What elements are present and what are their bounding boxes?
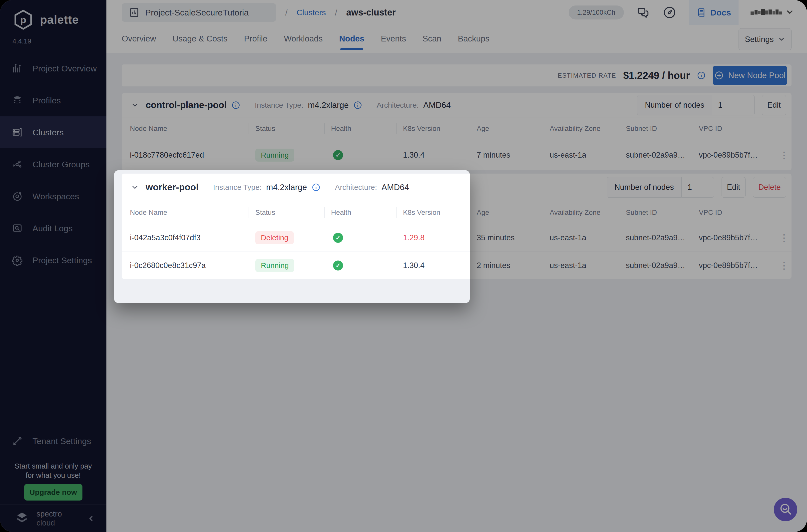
sidebar-item-project-overview[interactable]: Project Overview [0, 53, 107, 84]
tab-workloads[interactable]: Workloads [284, 25, 322, 53]
info-icon[interactable] [231, 101, 240, 110]
sidebar-item-clusters[interactable]: Clusters [0, 116, 107, 148]
tab-scan[interactable]: Scan [423, 25, 441, 53]
col-node-name: Node Name [130, 201, 255, 224]
pool-header: worker-pool Instance Type: m4.2xlarge Ar… [122, 174, 791, 201]
project-chart-icon [129, 7, 140, 18]
subnet-id: subnet-02a9a9… [626, 261, 699, 270]
availability-zone: us-east-1a [550, 233, 626, 242]
collapse-pool-icon[interactable] [131, 101, 139, 109]
architecture-label: Architecture: [335, 183, 377, 192]
tab-profile[interactable]: Profile [244, 25, 267, 53]
compass-icon[interactable] [662, 5, 677, 20]
new-node-pool-button[interactable]: New Node Pool [713, 66, 787, 85]
search-smile-icon [778, 502, 793, 517]
app-window: p palette 4.4.19 Project Overview Profil… [0, 0, 807, 532]
breadcrumb-project[interactable]: Project-ScaleSecureTutoria [122, 3, 276, 22]
chat-icon[interactable] [636, 5, 650, 20]
node-row: i-0c2680c0e8c31c97a Running ✓ 1.30.4 2 m… [122, 251, 791, 279]
instance-type-label: Instance Type: [255, 101, 304, 109]
feedback-button[interactable] [774, 498, 797, 521]
worker-pool-card: worker-pool Instance Type: m4.2xlarge Ar… [122, 174, 791, 279]
col-availability-zone: Availability Zone [550, 201, 626, 224]
vpc-id: vpc-0e89b5b7f… [699, 151, 776, 159]
delete-pool-button[interactable]: Delete [753, 177, 786, 197]
sidebar-item-label: Tenant Settings [33, 436, 91, 446]
info-icon[interactable] [697, 71, 706, 80]
sidebar-item-cluster-groups[interactable]: Cluster Groups [0, 148, 107, 180]
cluster-tabs: Overview Usage & Costs Profile Workloads… [122, 25, 489, 53]
instance-type-value: m4.2xlarge [308, 100, 349, 110]
tab-usage-costs[interactable]: Usage & Costs [173, 25, 228, 53]
tab-nodes[interactable]: Nodes [339, 25, 364, 53]
sidebar-item-tenant-settings[interactable]: Tenant Settings [0, 425, 107, 457]
nodes-page: ESTIMATED RATE $1.2249 / hour New Node P… [107, 53, 807, 532]
collapse-sidebar-icon[interactable] [87, 514, 95, 523]
row-menu-button[interactable]: ⋮ [776, 150, 791, 160]
instance-type-value: m4.2xlarge [266, 183, 307, 192]
tab-overview[interactable]: Overview [122, 25, 156, 53]
node-age: 2 minutes [477, 261, 550, 270]
sidebar-item-workspaces[interactable]: Workspaces [0, 180, 107, 212]
tab-events[interactable]: Events [381, 25, 406, 53]
settings-button[interactable]: Settings [738, 28, 791, 50]
subnet-id: subnet-02a9a9… [626, 233, 699, 242]
sidebar-item-label: Workspaces [33, 192, 79, 201]
col-status: Status [255, 201, 331, 224]
docs-button[interactable]: Docs [689, 0, 738, 25]
vpc-id: vpc-0e89b5b7f… [699, 261, 776, 270]
edit-pool-button[interactable]: Edit [762, 95, 786, 115]
user-menu[interactable] [751, 6, 798, 19]
pool-actions: Number of nodes 1 Edit [637, 95, 786, 115]
number-of-nodes-label: Number of nodes [637, 95, 712, 115]
k8s-version: 1.30.4 [403, 151, 477, 159]
network-icon [12, 158, 23, 170]
number-of-nodes-input[interactable]: 1 [681, 177, 714, 197]
node-age: 35 minutes [477, 233, 550, 242]
upgrade-now-button[interactable]: Upgrade now [24, 484, 82, 500]
estimated-rate-label: ESTIMATED RATE [558, 72, 616, 79]
col-vpc-id: VPC ID [699, 201, 776, 224]
vpc-id: vpc-0e89b5b7f… [699, 233, 776, 242]
pool-actions: Number of nodes 1 Edit Delete [607, 177, 786, 197]
info-icon[interactable] [353, 101, 362, 110]
orbit-icon [12, 191, 23, 202]
row-menu-button[interactable]: ⋮ [776, 260, 791, 271]
breadcrumb: Project-ScaleSecureTutoria / Clusters / … [122, 0, 396, 25]
sidebar-footer: spectro cloud [0, 505, 107, 532]
sidebar-item-project-settings[interactable]: Project Settings [0, 244, 107, 276]
sidebar-item-label: Clusters [33, 128, 64, 137]
book-icon [696, 7, 707, 18]
palette-logo-icon: p [13, 9, 34, 31]
instance-type-label: Instance Type: [213, 183, 262, 192]
sidebar-item-label: Audit Logs [33, 224, 73, 233]
brand-name: palette [40, 13, 79, 26]
sidebar-item-profiles[interactable]: Profiles [0, 84, 107, 116]
edit-pool-button[interactable]: Edit [721, 177, 746, 197]
estimated-rate-bar: ESTIMATED RATE $1.2249 / hour New Node P… [122, 64, 791, 87]
row-menu-button[interactable]: ⋮ [776, 232, 791, 243]
availability-zone: us-east-1a [550, 261, 626, 270]
bar-chart-icon [12, 63, 23, 74]
status-badge: Running [255, 149, 294, 162]
pool-name: worker-pool [146, 182, 199, 193]
upgrade-promo-text: Start small and only pay for what you us… [0, 461, 107, 480]
pool-header: control-plane-pool Instance Type: m4.2xl… [122, 93, 791, 117]
architecture-value: AMD64 [423, 100, 451, 110]
info-icon[interactable] [312, 183, 321, 192]
main-content: Project-ScaleSecureTutoria / Clusters / … [107, 0, 807, 532]
col-status: Status [255, 117, 331, 140]
col-k8s-version: K8s Version [403, 117, 477, 140]
number-of-nodes-input[interactable]: 1 [712, 95, 754, 115]
col-node-name: Node Name [130, 117, 255, 140]
sidebar-item-audit-logs[interactable]: Audit Logs [0, 212, 107, 244]
col-health: Health [331, 117, 403, 140]
breadcrumb-clusters-link[interactable]: Clusters [297, 8, 326, 17]
collapse-pool-icon[interactable] [131, 183, 139, 192]
tab-backups[interactable]: Backups [458, 25, 489, 53]
layers-icon [12, 95, 23, 106]
app-version: 4.4.19 [13, 37, 107, 45]
tools-icon [12, 435, 23, 447]
usage-quota-badge: 1.29/100kCh [569, 5, 624, 19]
sidebar-item-label: Profiles [33, 96, 61, 106]
